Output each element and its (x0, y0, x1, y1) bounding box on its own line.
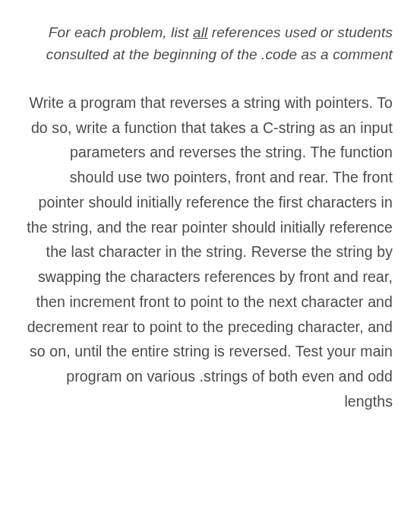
instruction-text: For each problem, list all references us… (24, 21, 393, 66)
instruction-underlined: all (193, 24, 207, 40)
instruction-prefix: For each problem, list (49, 24, 193, 40)
problem-text: Write a program that reverses a string w… (24, 90, 393, 414)
